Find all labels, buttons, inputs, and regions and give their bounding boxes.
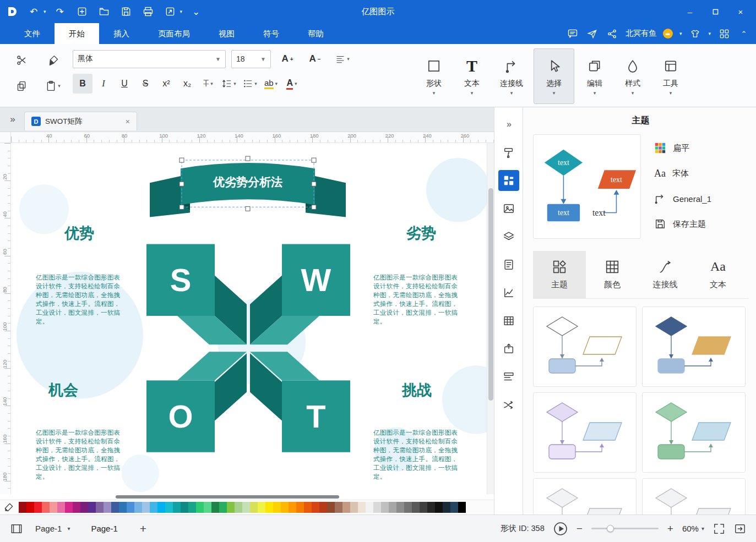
color-swatch[interactable] [412, 502, 420, 513]
color-swatch[interactable] [173, 502, 181, 513]
color-swatch[interactable] [273, 502, 281, 513]
horizontal-scrollbar-thumb[interactable] [116, 495, 339, 499]
color-swatch[interactable] [96, 502, 104, 513]
color-swatch[interactable] [342, 502, 350, 513]
color-swatch[interactable] [119, 502, 127, 513]
vip-crown-icon[interactable] [663, 29, 673, 39]
save-button[interactable] [118, 4, 134, 19]
color-swatch[interactable] [65, 502, 73, 513]
description-threats[interactable]: 亿图图示是一款综合图形图表 设计软件，支持轻松绘制百余 种图，无需绘图功底，全拖… [373, 428, 471, 481]
color-swatch[interactable] [104, 502, 111, 513]
page-overview-icon[interactable] [10, 523, 23, 535]
copy-button[interactable] [10, 76, 33, 96]
maximize-button[interactable] [704, 3, 726, 20]
export-caret-icon[interactable]: ▾ [180, 9, 183, 14]
username[interactable]: 北冥有鱼 [626, 29, 656, 39]
quadrant-label-weaknesses[interactable]: 劣势 [406, 225, 436, 242]
open-file-button[interactable] [96, 4, 112, 19]
paste-caret-icon[interactable]: ▾ [58, 83, 61, 89]
horizontal-scrollbar[interactable] [0, 494, 494, 500]
theme-thumbnail[interactable] [533, 306, 637, 387]
color-swatch[interactable] [404, 502, 412, 513]
text-tool-button[interactable]: T 文本 ▾ [454, 48, 490, 104]
expand-left-panel-button[interactable]: » [0, 114, 24, 125]
color-swatch[interactable] [57, 502, 65, 513]
description-weaknesses[interactable]: 亿图图示是一款综合图形图表 设计软件，支持轻松绘制百余 种图，无需绘图功底，全拖… [373, 273, 471, 326]
collapse-ribbon-icon[interactable]: ⌃ [737, 27, 750, 40]
zoom-slider[interactable] [591, 528, 659, 529]
style-tool-button[interactable]: 样式 ▾ [615, 48, 650, 104]
theme-panel-icon[interactable] [498, 170, 519, 191]
edit-tool-button[interactable]: 编辑 ▾ [577, 48, 612, 104]
panel-tab-color[interactable]: 颜色 [586, 251, 639, 298]
palette-icon[interactable] [3, 502, 14, 513]
setting-flat-style[interactable]: 扁平 [654, 139, 748, 157]
document-tab-close-icon[interactable]: × [126, 117, 130, 126]
highlight-button[interactable]: ab▾ [261, 74, 281, 94]
theme-thumbnail[interactable] [533, 392, 637, 473]
theme-thumbnail[interactable] [642, 392, 746, 473]
swot-shape-s[interactable]: S [146, 244, 247, 345]
color-swatch[interactable] [50, 502, 57, 513]
setting-save-theme[interactable]: 保存主题 [654, 215, 748, 233]
cut-button[interactable] [10, 50, 33, 70]
menu-tab-file[interactable]: 文件 [10, 23, 55, 44]
color-swatch[interactable] [181, 502, 188, 513]
print-button[interactable] [140, 4, 156, 19]
theme-thumbnail[interactable] [533, 478, 637, 514]
color-swatch[interactable] [19, 502, 26, 513]
font-family-select[interactable]: 黑体 ▼ [73, 50, 226, 68]
user-caret-icon[interactable]: ▾ [679, 31, 682, 36]
color-swatch[interactable] [188, 502, 196, 513]
line-spacing-button[interactable]: ▾ [219, 74, 239, 94]
export-image-panel-icon[interactable] [498, 338, 519, 359]
fit-window-button[interactable] [734, 523, 746, 535]
undo-button[interactable]: ↶ [25, 4, 42, 19]
menu-tab-home[interactable]: 开始 [55, 23, 99, 44]
page-dropdown[interactable]: Page-1 ▾ [31, 522, 74, 535]
color-swatch[interactable] [196, 502, 204, 513]
bold-button[interactable]: B [73, 74, 93, 94]
menu-tab-view[interactable]: 视图 [204, 23, 249, 44]
tools-button[interactable]: 工具 ▾ [653, 48, 688, 104]
menu-tab-page-layout[interactable]: 页面布局 [144, 23, 204, 44]
color-swatch[interactable] [134, 502, 142, 513]
drawing-canvas[interactable]: 优劣势分析法 优势 劣势 机会 挑战 [11, 143, 487, 494]
color-swatch[interactable] [219, 502, 227, 513]
color-swatch[interactable] [304, 502, 312, 513]
vertical-scrollbar[interactable] [487, 143, 494, 494]
color-swatch[interactable] [88, 502, 96, 513]
color-swatch[interactable] [242, 502, 250, 513]
zoom-slider-thumb[interactable] [607, 525, 614, 532]
color-swatch[interactable] [80, 502, 88, 513]
panel-tab-connector[interactable]: 连接线 [639, 251, 692, 298]
fullscreen-button[interactable] [713, 523, 725, 535]
color-swatch[interactable] [381, 502, 389, 513]
bullet-list-button[interactable]: ▾ [240, 74, 260, 94]
color-swatch[interactable] [350, 502, 358, 513]
description-opportunities[interactable]: 亿图图示是一款综合图形图表 设计软件，支持轻松绘制百余 种图，无需绘图功底，全拖… [36, 428, 134, 481]
swot-shape-w[interactable]: W [250, 244, 350, 345]
quadrant-label-strengths[interactable]: 优势 [64, 225, 94, 242]
font-size-select[interactable]: 18 ▼ [231, 50, 271, 68]
color-swatch[interactable] [227, 502, 235, 513]
zoom-level[interactable]: 60% ▾ [682, 524, 704, 533]
table-panel-icon[interactable] [498, 310, 519, 331]
new-file-button[interactable] [74, 4, 90, 19]
color-swatch[interactable] [265, 502, 273, 513]
apps-grid-icon[interactable] [717, 27, 731, 40]
description-strengths[interactable]: 亿图图示是一款综合图形图表 设计软件，支持轻松绘制百余 种图，无需绘图功底，全拖… [36, 273, 134, 326]
document-tab[interactable]: D SWOT矩阵 × [24, 112, 137, 130]
route-connector-panel-icon[interactable] [498, 395, 519, 415]
page-tab[interactable]: Page-1 [82, 524, 126, 533]
underline-button[interactable]: U [115, 74, 134, 94]
quadrant-label-opportunities[interactable]: 机会 [48, 382, 78, 398]
color-swatch[interactable] [42, 502, 50, 513]
color-swatch[interactable] [450, 502, 458, 513]
close-button[interactable]: × [730, 3, 752, 20]
fill-style-icon[interactable] [498, 142, 519, 163]
minimize-button[interactable]: – [679, 3, 701, 20]
color-swatch[interactable] [358, 502, 366, 513]
menu-tab-help[interactable]: 帮助 [293, 23, 338, 44]
panel-tab-text[interactable]: Aa 文本 [692, 251, 744, 298]
